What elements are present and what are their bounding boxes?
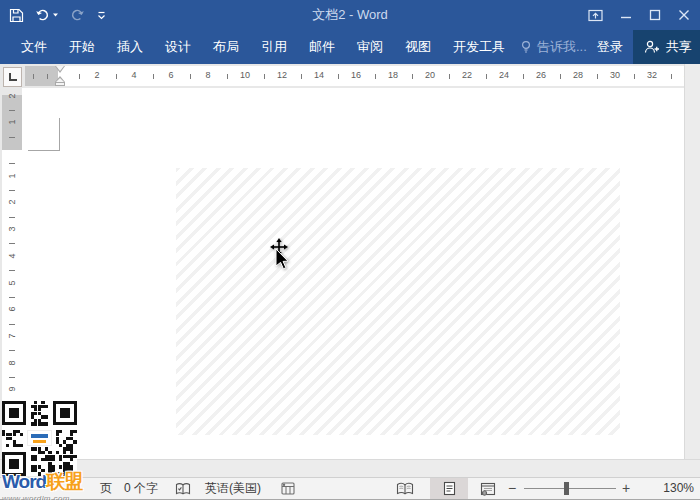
tell-me-box[interactable]: 告诉我...: [520, 38, 587, 56]
ruler-number: 2: [7, 86, 17, 106]
ruler-number: 30: [610, 70, 620, 80]
ribbon-tab[interactable]: 引用: [250, 30, 298, 64]
minimize-icon[interactable]: [620, 9, 632, 21]
ruler-number: 3: [7, 219, 17, 239]
macro-record-icon[interactable]: [281, 478, 295, 499]
share-button[interactable]: 共享: [633, 30, 700, 64]
save-icon[interactable]: [9, 8, 24, 23]
ruler-tick: [227, 74, 228, 79]
ruler-tick: [9, 350, 15, 351]
web-layout-view-button[interactable]: [480, 478, 496, 499]
zoom-slider-track[interactable]: [524, 488, 616, 489]
horizontal-ruler[interactable]: 246810121416182022242628303234: [25, 66, 697, 86]
ruler-tick: [79, 74, 80, 79]
login-button[interactable]: 登录: [587, 38, 633, 56]
ruler-number: 6: [7, 299, 17, 319]
zoom-out-button[interactable]: −: [508, 478, 516, 499]
ruler-tick: [33, 74, 34, 79]
read-mode-view-button[interactable]: [396, 478, 414, 499]
restore-icon[interactable]: [649, 9, 661, 21]
ruler-tick: [47, 74, 48, 79]
customize-quick-access-icon[interactable]: [96, 10, 107, 21]
ruler-number: 4: [7, 246, 17, 266]
share-label: 共享: [666, 38, 692, 56]
ribbon-tab[interactable]: 文件: [10, 30, 58, 64]
tab-stop-selector[interactable]: [3, 67, 22, 87]
title-bar: 文档2 - Word: [0, 0, 700, 30]
left-indent-marker[interactable]: [55, 82, 65, 86]
zoom-slider-thumb[interactable]: [564, 482, 569, 495]
ruler-tick: [412, 74, 413, 79]
watermark-brand: Word联盟 www.wordlm.com: [2, 473, 82, 500]
ruler-tick: [9, 297, 15, 298]
ruler-tick: [634, 74, 635, 79]
close-icon[interactable]: [678, 9, 690, 21]
person-add-icon: [644, 40, 660, 54]
text-boundary-crop-mark-vertical: [59, 118, 60, 150]
ruler-tick: [9, 190, 15, 191]
ribbon-tab[interactable]: 设计: [154, 30, 202, 64]
ruler-number: 10: [240, 70, 250, 80]
ruler-tick: [116, 74, 117, 79]
window-controls: [588, 0, 690, 30]
zoom-level-value[interactable]: 130%: [640, 478, 694, 499]
hatched-selection-area[interactable]: [176, 168, 620, 435]
watermark-brand-word: Word: [2, 471, 46, 492]
ribbon-tab[interactable]: 开始: [58, 30, 106, 64]
ruler-number: 18: [388, 70, 398, 80]
ruler-number: 2: [94, 70, 99, 80]
word-application-window: 文档2 - Word 文件开始插入设计布局引用邮件审阅视图开发工具: [0, 0, 700, 500]
ruler-tick: [671, 74, 672, 79]
ribbon-tab[interactable]: 审阅: [346, 30, 394, 64]
ruler-tick: [9, 270, 15, 271]
language-status[interactable]: 英语(美国): [205, 478, 261, 499]
ruler-number: 12: [277, 70, 287, 80]
watermark-brand-league: 联盟: [46, 471, 82, 492]
tell-me-label: 告诉我...: [537, 38, 587, 56]
ruler-number: 22: [462, 70, 472, 80]
word-count-status[interactable]: 0 个字: [124, 478, 158, 499]
move-cursor-pointer: [263, 238, 299, 274]
ruler-number: 1: [7, 166, 17, 186]
vertical-scrollbar[interactable]: [684, 64, 700, 459]
ruler-tick: [9, 243, 15, 244]
ruler-tick: [9, 163, 15, 164]
qr-finder-pattern: [2, 401, 26, 425]
print-layout-view-button[interactable]: [443, 478, 456, 499]
zoom-in-button[interactable]: +: [622, 478, 630, 499]
ribbon-tab[interactable]: 视图: [394, 30, 442, 64]
ruler-number: 20: [425, 70, 435, 80]
horizontal-scrollbar[interactable]: [0, 459, 700, 477]
ruler-tick: [9, 324, 15, 325]
watermark-qr-code: [2, 401, 77, 476]
ruler-tick: [375, 74, 376, 79]
document-workspace: 246810121416182022242628303234 211234567…: [0, 64, 700, 459]
ruler-tick: [338, 74, 339, 79]
ribbon-display-options-icon[interactable]: [588, 9, 603, 22]
undo-icon[interactable]: [35, 8, 50, 22]
ruler-tick: [597, 74, 598, 79]
page-number-status[interactable]: 页: [100, 478, 112, 499]
redo-icon: [70, 8, 85, 22]
ruler-tick: [523, 74, 524, 79]
ribbon-tab[interactable]: 开发工具: [442, 30, 516, 64]
ruler-number: 2: [7, 192, 17, 212]
ribbon-tab[interactable]: 布局: [202, 30, 250, 64]
ribbon-tab[interactable]: 插入: [106, 30, 154, 64]
ruler-number: 28: [573, 70, 583, 80]
ruler-tick: [264, 74, 265, 79]
ruler-tick: [9, 110, 15, 111]
proofing-check-icon[interactable]: [175, 478, 191, 499]
ruler-tick: [190, 74, 191, 79]
ribbon-tabs: 文件开始插入设计布局引用邮件审阅视图开发工具: [10, 30, 516, 64]
undo-dropdown-icon[interactable]: [52, 12, 59, 18]
qr-center-logo: [27, 430, 52, 446]
first-line-indent-marker[interactable]: [55, 66, 65, 73]
ribbon-tab[interactable]: 邮件: [298, 30, 346, 64]
ruler-number: 14: [314, 70, 324, 80]
ruler-number: 16: [351, 70, 361, 80]
ruler-number: 9: [7, 379, 17, 399]
ruler-number: 24: [499, 70, 509, 80]
text-boundary-crop-mark-horizontal: [28, 150, 60, 151]
ruler-number: 8: [205, 70, 210, 80]
